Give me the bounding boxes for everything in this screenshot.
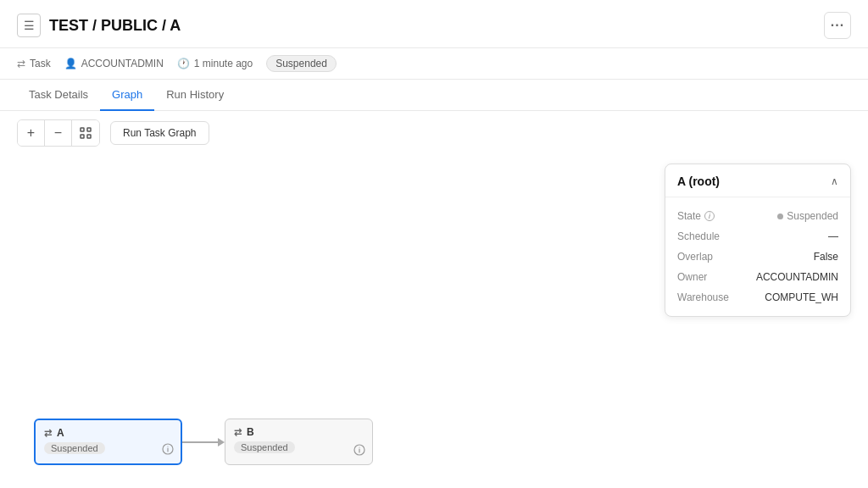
graph-nodes-area: ⇄ A Suspended ⇄ B [34,419,373,465]
overlap-value: False [814,251,838,263]
info-panel-body: State i Suspended Schedule — Overlap Fal… [665,197,850,316]
state-value: Suspended [777,210,838,222]
node-a-header: ⇄ A [44,427,172,439]
info-row-warehouse: Warehouse COMPUTE_WH [677,287,838,308]
arrow-connector [182,438,225,446]
schedule-label: Schedule [677,230,720,242]
fit-button[interactable] [72,120,99,146]
info-panel: A (root) ∧ State i Suspended Schedule — [665,164,851,317]
tab-bar: Task Details Graph Run History [0,80,868,111]
more-options-button[interactable]: ··· [824,12,851,39]
info-row-overlap: Overlap False [677,247,838,267]
info-row-schedule: Schedule — [677,226,838,247]
svg-rect-1 [87,128,91,131]
task-type-meta: ⇄ Task [17,58,51,69]
node-a-task-icon: ⇄ [44,428,52,439]
node-b-task-icon: ⇄ [234,427,242,438]
info-panel-title: A (root) [677,175,720,188]
info-panel-header: A (root) ∧ [665,164,850,197]
page-title: TEST / PUBLIC / A [49,17,181,35]
time-label: 1 minute ago [194,58,253,69]
svg-point-7 [359,446,359,447]
zoom-controls: + − [17,119,100,147]
run-task-graph-button[interactable]: Run Task Graph [110,121,209,145]
svg-rect-2 [81,135,84,138]
task-node-b[interactable]: ⇄ B Suspended [225,419,373,465]
node-b-header: ⇄ B [234,426,364,438]
zoom-out-button[interactable]: − [45,120,72,146]
task-type-label: Task [30,58,51,69]
page-header: ☰ TEST / PUBLIC / A ··· [0,0,868,48]
node-a-status-badge: Suspended [44,442,105,454]
owner-icon: 👤 [64,58,77,69]
info-row-state: State i Suspended [677,206,838,226]
state-info-icon: i [704,211,715,221]
clock-icon: 🕐 [177,58,190,69]
status-badge: Suspended [266,55,337,72]
owner-info-value: ACCOUNTADMIN [756,271,838,283]
page-icon: ☰ [17,14,41,37]
warehouse-label: Warehouse [677,291,729,303]
svg-rect-3 [87,135,91,138]
task-icon: ☰ [24,19,35,32]
node-b-info-icon [353,444,365,458]
node-a-status-row: Suspended [44,442,172,454]
tab-graph[interactable]: Graph [100,80,154,111]
meta-bar: ⇄ Task 👤 ACCOUNTADMIN 🕐 1 minute ago Sus… [0,48,868,80]
node-b-label: B [247,426,254,438]
header-left: ☰ TEST / PUBLIC / A [17,14,181,37]
time-meta: 🕐 1 minute ago [177,58,253,69]
tab-run-history[interactable]: Run History [154,80,236,111]
zoom-in-button[interactable]: + [18,120,45,146]
tab-task-details[interactable]: Task Details [17,80,100,111]
graph-toolbar: + − Run Task Graph [0,111,868,155]
task-node-a[interactable]: ⇄ A Suspended [34,419,182,465]
overlap-label: Overlap [677,251,713,263]
graph-canvas-area: A (root) ∧ State i Suspended Schedule — [0,155,868,488]
warehouse-value: COMPUTE_WH [765,291,838,303]
owner-meta: 👤 ACCOUNTADMIN [64,58,164,69]
svg-point-5 [167,446,168,446]
svg-rect-0 [81,128,84,131]
owner-info-label: Owner [677,271,707,283]
owner-label: ACCOUNTADMIN [81,58,164,69]
schedule-value: — [828,230,838,242]
arrow-head [218,438,225,446]
state-label: State i [677,210,715,222]
node-a-label: A [57,427,64,439]
node-b-status-row: Suspended [234,441,364,453]
task-type-icon: ⇄ [17,58,25,69]
info-panel-collapse-button[interactable]: ∧ [831,175,838,187]
arrow-line [182,441,218,443]
node-b-status-badge: Suspended [234,441,295,453]
info-row-owner: Owner ACCOUNTADMIN [677,267,838,287]
suspended-dot [777,214,783,219]
node-a-info-icon [162,443,174,457]
